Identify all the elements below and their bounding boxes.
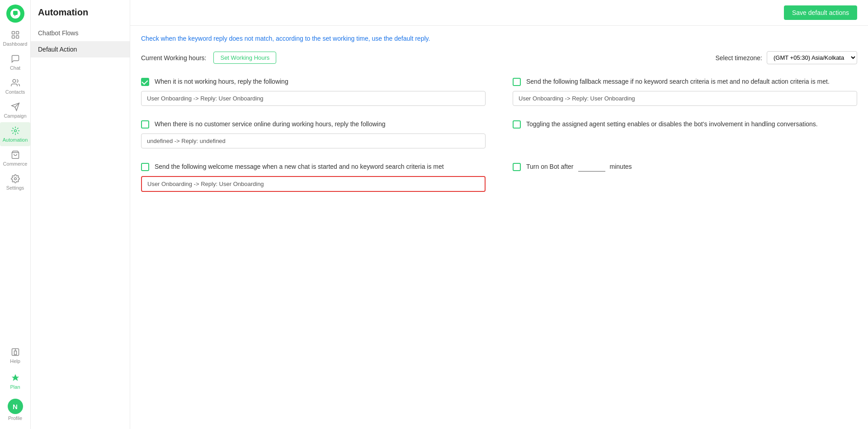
sidebar-item-chat-label: Chat (10, 65, 20, 71)
sidebar-item-dashboard[interactable]: Dashboard (0, 26, 30, 50)
option-input-welcome-message[interactable] (141, 176, 486, 192)
option-block-toggling-agent: Toggling the assigned agent setting enab… (513, 119, 857, 148)
checkbox-wrap-toggling-agent (513, 120, 521, 129)
option-block-welcome-message: Send the following welcome message when … (141, 162, 486, 192)
sidebar-item-contacts-label: Contacts (5, 89, 25, 95)
option-block-turn-on-bot: Turn on Bot after minutes (513, 162, 857, 192)
option-text-not-working-hours: When it is not working hours, reply the … (155, 77, 288, 86)
secondary-sidebar-title: Automation (31, 7, 130, 25)
svg-point-8 (14, 178, 16, 180)
secondary-sidebar-item-default-action[interactable]: Default Action (31, 41, 130, 57)
contacts-icon (10, 78, 20, 88)
sidebar-item-campaign[interactable]: Campaign (0, 98, 30, 122)
svg-rect-1 (12, 32, 14, 34)
turn-on-bot-text-after: minutes (610, 162, 632, 172)
commerce-icon (10, 150, 20, 160)
option-row-turn-on-bot: Turn on Bot after minutes (513, 162, 857, 172)
turn-on-bot-minutes-input[interactable] (578, 162, 605, 172)
campaign-icon (10, 102, 20, 112)
avatar[interactable]: N (8, 399, 23, 414)
sidebar-item-plan-label: Plan (10, 384, 20, 390)
checkbox-turn-on-bot[interactable] (513, 163, 521, 171)
help-icon (10, 347, 20, 357)
checkbox-wrap-fallback-message (513, 78, 521, 86)
checkbox-welcome-message[interactable] (141, 163, 149, 171)
sidebar-item-chat[interactable]: Chat (0, 50, 30, 74)
sidebar-item-automation-label: Automation (3, 137, 28, 143)
option-row-welcome-message: Send the following welcome message when … (141, 162, 486, 172)
svg-rect-2 (16, 32, 19, 34)
checkbox-wrap-turn-on-bot (513, 163, 521, 171)
working-hours-label: Current Working hours: (141, 54, 206, 62)
logo[interactable] (6, 5, 24, 23)
option-text-no-customer-service: When there is no customer service online… (155, 119, 385, 129)
top-bar: Save default actions (130, 0, 868, 26)
svg-point-5 (13, 80, 16, 83)
timezone-label: Select timezone: (716, 54, 763, 62)
sidebar: Dashboard Chat Contacts Campaign Automat… (0, 0, 31, 429)
secondary-sidebar: Automation Chatbot Flows Default Action (31, 0, 130, 429)
chat-icon (10, 54, 20, 64)
sidebar-item-help[interactable]: Help (0, 343, 30, 367)
sidebar-item-settings-label: Settings (6, 185, 24, 191)
checkbox-no-customer-service[interactable] (141, 120, 149, 129)
sidebar-item-contacts[interactable]: Contacts (0, 74, 30, 98)
option-text-welcome-message: Send the following welcome message when … (155, 162, 444, 172)
sidebar-item-profile[interactable]: N Profile (0, 395, 30, 424)
sidebar-item-automation[interactable]: Automation (0, 122, 30, 146)
checkbox-wrap-no-customer-service (141, 120, 149, 129)
dashboard-icon (10, 30, 20, 40)
option-row-not-working-hours: When it is not working hours, reply the … (141, 77, 486, 86)
sidebar-item-commerce-label: Commerce (3, 161, 28, 167)
checkbox-wrap-welcome-message (141, 163, 149, 171)
timezone-row: Select timezone: (GMT +05:30) Asia/Kolka… (716, 51, 858, 64)
checkbox-fallback-message[interactable] (513, 78, 521, 86)
option-text-fallback-message: Send the following fallback message if n… (526, 77, 830, 86)
svg-rect-3 (12, 36, 14, 38)
turn-on-bot-text-before: Turn on Bot after (526, 162, 574, 172)
sidebar-item-help-label: Help (10, 358, 20, 364)
option-block-fallback-message: Send the following fallback message if n… (513, 77, 857, 106)
options-grid: When it is not working hours, reply the … (141, 77, 857, 192)
option-row-toggling-agent: Toggling the assigned agent setting enab… (513, 119, 857, 129)
sidebar-item-plan[interactable]: Plan (0, 369, 30, 393)
plan-icon (10, 373, 20, 383)
sidebar-item-profile-label: Profile (8, 415, 22, 421)
option-row-no-customer-service: When there is no customer service online… (141, 119, 486, 129)
content-area: Check when the keyword reply does not ma… (130, 26, 868, 429)
sidebar-item-commerce[interactable]: Commerce (0, 146, 30, 170)
option-text-toggling-agent: Toggling the assigned agent setting enab… (526, 119, 818, 129)
checkbox-not-working-hours[interactable] (141, 78, 149, 86)
option-block-no-customer-service: When there is no customer service online… (141, 119, 486, 148)
svg-point-6 (14, 130, 16, 132)
description-text: Check when the keyword reply does not ma… (141, 35, 857, 42)
sidebar-bottom: Help Plan N Profile (0, 343, 30, 429)
option-row-fallback-message: Send the following fallback message if n… (513, 77, 857, 86)
set-working-hours-button[interactable]: Set Working Hours (213, 52, 276, 64)
option-input-fallback-message[interactable] (513, 91, 857, 106)
working-hours-row: Current Working hours: Set Working Hours… (141, 51, 857, 64)
sidebar-item-settings[interactable]: Settings (0, 170, 30, 194)
turn-on-bot-row: Turn on Bot after minutes (526, 162, 632, 172)
settings-icon (10, 174, 20, 184)
sidebar-item-dashboard-label: Dashboard (3, 41, 28, 47)
checkbox-toggling-agent[interactable] (513, 120, 521, 129)
secondary-sidebar-item-chatbot-flows[interactable]: Chatbot Flows (31, 25, 130, 41)
option-block-not-working-hours: When it is not working hours, reply the … (141, 77, 486, 106)
sidebar-item-campaign-label: Campaign (4, 113, 26, 119)
option-input-no-customer-service[interactable] (141, 133, 486, 148)
checkbox-wrap-not-working-hours (141, 78, 149, 86)
timezone-select[interactable]: (GMT +05:30) Asia/Kolkata (767, 51, 857, 64)
save-default-actions-button[interactable]: Save default actions (784, 5, 857, 20)
automation-icon (10, 126, 20, 136)
main-content: Save default actions Check when the keyw… (130, 0, 868, 429)
svg-rect-4 (16, 36, 19, 38)
option-input-not-working-hours[interactable] (141, 91, 486, 106)
